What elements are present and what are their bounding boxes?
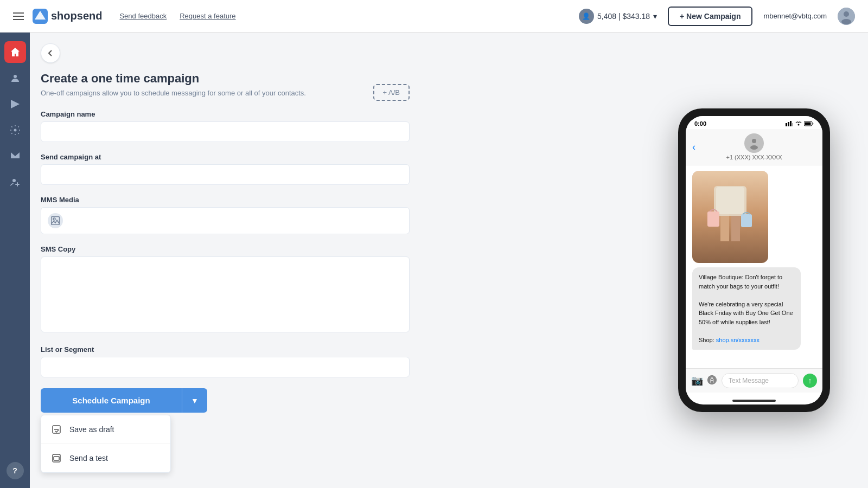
message-text: Village Boutique: Don't forget to match … xyxy=(699,274,793,343)
svg-rect-13 xyxy=(786,123,787,126)
phone-device: 0:00 ‹ +1 (XXX) XXX-XXXX xyxy=(678,108,830,412)
ab-test-button[interactable]: + A/B xyxy=(373,84,410,101)
sidebar-item-messages[interactable] xyxy=(4,145,26,167)
dropdown-toggle-button[interactable]: ▼ xyxy=(182,388,207,413)
schedule-campaign-button[interactable]: Schedule Campaign xyxy=(41,388,182,413)
credits-display[interactable]: 👤 5,408 | $343.18 ▾ xyxy=(579,9,657,24)
phone-home-indicator xyxy=(686,393,822,404)
send-test-item[interactable]: Send a test xyxy=(41,444,170,472)
mms-media-label: MMS Media xyxy=(41,196,410,204)
message-bubble: Village Boutique: Don't forget to match … xyxy=(692,267,801,350)
list-segment-group: List or Segment xyxy=(41,345,410,377)
svg-point-7 xyxy=(12,179,16,182)
svg-point-21 xyxy=(750,145,758,150)
logo: shopsend xyxy=(33,9,102,24)
new-campaign-button[interactable]: + New Campaign xyxy=(668,7,752,26)
hamburger-menu[interactable] xyxy=(13,10,24,22)
list-segment-label: List or Segment xyxy=(41,345,410,354)
send-campaign-at-input[interactable] xyxy=(41,164,410,185)
phone-status-icons xyxy=(786,121,814,126)
sms-copy-textarea[interactable] xyxy=(41,256,410,332)
mms-icon xyxy=(48,213,63,228)
user-avatar xyxy=(838,8,855,25)
phone-messages: Village Boutique: Don't forget to match … xyxy=(686,165,822,368)
phone-header: ‹ +1 (XXX) XXX-XXXX xyxy=(686,129,822,165)
svg-rect-9 xyxy=(52,217,60,225)
phone-back-arrow: ‹ xyxy=(692,142,695,153)
sms-copy-label: SMS Copy xyxy=(41,245,410,253)
save-as-draft-item[interactable]: Save as draft xyxy=(41,415,170,444)
sidebar-item-help[interactable]: ? xyxy=(7,462,24,479)
phone-status-bar: 0:00 xyxy=(686,116,822,129)
svg-rect-14 xyxy=(788,122,789,126)
sidebar-item-home[interactable] xyxy=(4,41,26,63)
sidebar-item-send[interactable] xyxy=(4,93,26,115)
user-email: mbennet@vbtq.com xyxy=(763,12,827,20)
credits-value: 5,408 | $343.18 xyxy=(597,12,650,21)
phone-text-placeholder: Text Message xyxy=(729,377,769,384)
message-link: shop.sn/xxxxxxx xyxy=(716,337,760,343)
svg-point-4 xyxy=(841,19,851,24)
camera-icon: 📷 xyxy=(691,375,703,387)
sidebar-item-settings[interactable] xyxy=(4,119,26,141)
topnav-links: Send feedback Request a feature xyxy=(119,12,235,20)
main-content: Create a one time campaign One-off campa… xyxy=(30,33,640,488)
svg-rect-29 xyxy=(741,214,752,227)
svg-rect-18 xyxy=(805,123,811,125)
svg-point-5 xyxy=(14,75,17,78)
back-button[interactable] xyxy=(41,43,60,63)
main-layout: ? Create a one time campaign One-off cam… xyxy=(0,33,868,488)
send-feedback-link[interactable]: Send feedback xyxy=(119,12,167,20)
send-campaign-at-label: Send campaign at xyxy=(41,153,410,161)
svg-rect-27 xyxy=(714,186,746,216)
message-image xyxy=(692,171,768,263)
svg-point-20 xyxy=(752,139,756,143)
page-title: Create a one time campaign xyxy=(41,72,618,86)
phone-text-input-field: Text Message xyxy=(722,373,799,388)
phone-preview-panel: 0:00 ‹ +1 (XXX) XXX-XXXX xyxy=(640,33,868,488)
sms-copy-group: SMS Copy xyxy=(41,245,410,335)
sidebar-item-contacts[interactable] xyxy=(4,67,26,89)
campaign-name-input[interactable] xyxy=(41,121,410,142)
svg-rect-28 xyxy=(707,211,719,227)
list-segment-input[interactable] xyxy=(41,357,410,377)
phone-input-bar: 📷 🅐 Text Message ↑ xyxy=(686,368,822,393)
svg-point-3 xyxy=(844,11,849,17)
phone-status-time: 0:00 xyxy=(694,120,706,127)
phone-send-button: ↑ xyxy=(803,374,817,388)
send-campaign-at-group: Send campaign at xyxy=(41,153,410,185)
svg-point-16 xyxy=(798,124,800,126)
svg-rect-12 xyxy=(54,457,59,460)
phone-contact-avatar xyxy=(744,133,764,153)
request-feature-link[interactable]: Request a feature xyxy=(180,12,235,20)
logo-text: shopsend xyxy=(51,10,102,22)
sidebar: ? xyxy=(0,33,30,488)
svg-rect-23 xyxy=(692,171,768,263)
action-button-group: Schedule Campaign ▼ Save as draft xyxy=(41,388,410,413)
dropdown-menu: Save as draft Send a test xyxy=(41,415,171,473)
credits-icon: 👤 xyxy=(579,9,594,24)
form-container: + A/B Campaign name Send campaign at MMS… xyxy=(41,110,410,413)
sidebar-item-add-user[interactable] xyxy=(4,171,26,193)
topnav-right: 👤 5,408 | $343.18 ▾ + New Campaign mbenn… xyxy=(579,7,855,26)
save-draft-icon xyxy=(50,423,63,436)
home-bar xyxy=(732,400,776,402)
credits-dropdown-icon: ▾ xyxy=(653,12,657,21)
svg-rect-15 xyxy=(790,121,792,126)
mms-upload-area[interactable] xyxy=(41,207,410,234)
send-test-label: Send a test xyxy=(69,454,108,463)
phone-contact-number: +1 (XXX) XXX-XXXX xyxy=(726,154,782,160)
dropdown-arrow-icon: ▼ xyxy=(191,396,199,405)
send-test-icon xyxy=(50,452,63,465)
page-subtitle: One-off campaigns allow you to schedule … xyxy=(41,89,618,97)
mms-media-group: MMS Media xyxy=(41,196,410,234)
campaign-name-label: Campaign name xyxy=(41,110,410,118)
emoji-icon: 🅐 xyxy=(707,375,717,387)
svg-point-6 xyxy=(14,129,16,132)
top-navigation: shopsend Send feedback Request a feature… xyxy=(0,0,868,33)
save-as-draft-label: Save as draft xyxy=(69,425,114,434)
campaign-name-group: Campaign name xyxy=(41,110,410,142)
help-label: ? xyxy=(12,466,17,475)
svg-point-8 xyxy=(53,218,55,220)
phone-screen: 0:00 ‹ +1 (XXX) XXX-XXXX xyxy=(686,116,822,404)
